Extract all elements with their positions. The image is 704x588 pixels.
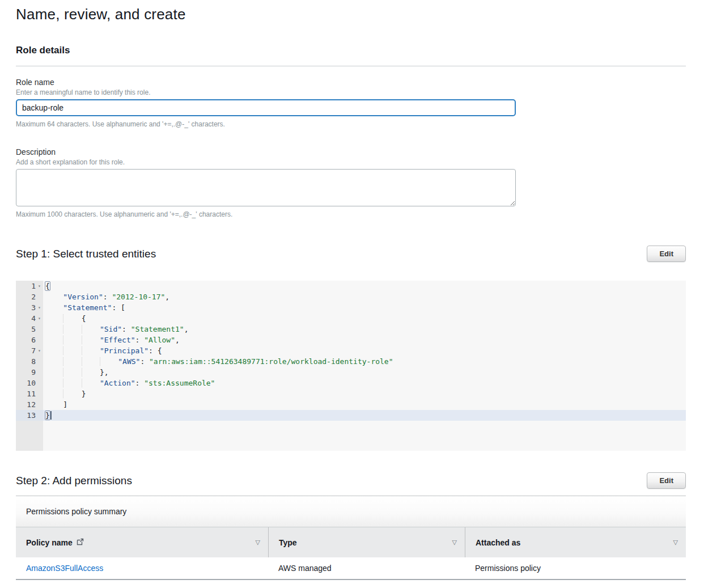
- fold-arrow-icon[interactable]: ▾: [36, 281, 43, 291]
- editor-line-number: 3▾: [16, 302, 43, 313]
- fold-arrow-icon: [36, 367, 43, 378]
- permissions-summary-panel: Permissions policy summary Policy name ▽…: [16, 496, 686, 580]
- description-field: Description Add a short explanation for …: [16, 147, 686, 218]
- policy-name-filter-icon[interactable]: ▽: [256, 539, 260, 545]
- description-constraint: Maximum 1000 characters. Use alphanumeri…: [16, 210, 686, 218]
- type-column-label: Type: [279, 538, 297, 547]
- editor-line-number: 10: [16, 378, 43, 388]
- attached-as-header-cell: Attached as ▽: [465, 527, 686, 557]
- page-title: Name, review, and create: [16, 0, 686, 23]
- editor-code-line[interactable]: }: [43, 410, 686, 421]
- editor-line-number: 6: [16, 335, 43, 345]
- editor-code-line[interactable]: "Sid": "Statement1",: [43, 324, 686, 335]
- policy-attached-as-cell: Permissions policy: [465, 557, 686, 579]
- editor-code-line[interactable]: "Effect": "Allow",: [43, 335, 686, 345]
- editor-line-number: 9: [16, 367, 43, 378]
- role-name-constraint: Maximum 64 characters. Use alphanumeric …: [16, 120, 686, 128]
- type-header-cell: Type ▽: [268, 527, 465, 557]
- fold-arrow-icon: [36, 399, 43, 410]
- policy-type-value: AWS managed: [278, 564, 332, 573]
- external-link-icon: [77, 538, 84, 548]
- editor-line-number: 1▾: [16, 281, 43, 291]
- fold-arrow-icon: [36, 410, 43, 421]
- policy-name-link[interactable]: AmazonS3FullAccess: [26, 564, 103, 573]
- editor-line-number: 7▾: [16, 345, 43, 356]
- editor-code[interactable]: { "Version": "2012-10-17", "Statement": …: [43, 281, 686, 451]
- role-name-hint: Enter a meaningful name to identify this…: [16, 88, 686, 96]
- fold-arrow-icon: [36, 378, 43, 388]
- fold-arrow-icon[interactable]: ▾: [36, 302, 43, 313]
- editor-code-line[interactable]: ]: [43, 399, 686, 410]
- role-details-heading: Role details: [16, 45, 686, 56]
- step2-edit-button[interactable]: Edit: [647, 472, 686, 489]
- editor-line-number: 11: [16, 388, 43, 399]
- editor-code-line[interactable]: "Statement": [: [43, 302, 686, 313]
- page-container: Name, review, and create Role details Ro…: [0, 0, 704, 580]
- fold-arrow-icon[interactable]: ▾: [36, 345, 43, 356]
- step2-header-row: Step 2: Add permissions Edit: [16, 472, 686, 489]
- editor-line-number: 8: [16, 356, 43, 367]
- editor-code-line[interactable]: },: [43, 367, 686, 378]
- policy-name-column-label: Policy name: [26, 538, 73, 547]
- policy-name-cell: AmazonS3FullAccess: [16, 557, 268, 579]
- step1-heading: Step 1: Select trusted entities: [16, 248, 156, 260]
- fold-arrow-icon[interactable]: ▾: [36, 313, 43, 324]
- permissions-summary-title: Permissions policy summary: [16, 496, 686, 527]
- editor-line-number: 2: [16, 291, 43, 302]
- role-name-input[interactable]: [16, 99, 516, 116]
- description-label: Description: [16, 147, 686, 156]
- attached-as-column-label: Attached as: [476, 538, 520, 547]
- editor-line-number: 5: [16, 324, 43, 335]
- description-hint: Add a short explanation for this role.: [16, 158, 686, 166]
- editor-gutter: 1▾23▾4▾567▾8910111213: [16, 281, 43, 451]
- policy-attached-as-value: Permissions policy: [475, 564, 541, 573]
- editor-line-number: 12: [16, 399, 43, 410]
- editor-code-line[interactable]: }: [43, 388, 686, 399]
- role-name-field: Role name Enter a meaningful name to ide…: [16, 78, 686, 128]
- policy-type-cell: AWS managed: [268, 557, 465, 579]
- step2-heading: Step 2: Add permissions: [16, 475, 132, 487]
- editor-code-line[interactable]: "Action": "sts:AssumeRole": [43, 378, 686, 388]
- fold-arrow-icon: [36, 324, 43, 335]
- fold-arrow-icon: [36, 388, 43, 399]
- policy-table-row: AmazonS3FullAccess AWS managed Permissio…: [16, 557, 686, 580]
- policy-name-header-cell: Policy name ▽: [16, 527, 268, 557]
- editor-code-line[interactable]: "Version": "2012-10-17",: [43, 291, 686, 302]
- text-caret: [50, 411, 52, 420]
- editor-code-line[interactable]: "AWS": "arn:aws:iam::541263489771:role/w…: [43, 356, 686, 367]
- attached-as-filter-icon[interactable]: ▽: [673, 539, 678, 545]
- policy-table-header: Policy name ▽ Type ▽ Attached as ▽: [16, 527, 686, 557]
- trust-policy-editor[interactable]: 1▾23▾4▾567▾8910111213 { "Version": "2012…: [16, 281, 686, 451]
- type-filter-icon[interactable]: ▽: [452, 539, 457, 545]
- description-textarea[interactable]: [16, 169, 516, 206]
- role-name-label: Role name: [16, 78, 686, 87]
- fold-arrow-icon: [36, 335, 43, 345]
- step1-header-row: Step 1: Select trusted entities Edit: [16, 246, 686, 262]
- editor-code-line[interactable]: {: [43, 313, 686, 324]
- editor-code-line[interactable]: {: [43, 281, 686, 291]
- section-divider: [16, 66, 686, 66]
- editor-line-number: 13: [16, 410, 43, 421]
- step1-edit-button[interactable]: Edit: [647, 246, 686, 262]
- editor-line-number: 4▾: [16, 313, 43, 324]
- editor-code-line[interactable]: "Principal": {: [43, 345, 686, 356]
- fold-arrow-icon: [36, 356, 43, 367]
- fold-arrow-icon: [36, 291, 43, 302]
